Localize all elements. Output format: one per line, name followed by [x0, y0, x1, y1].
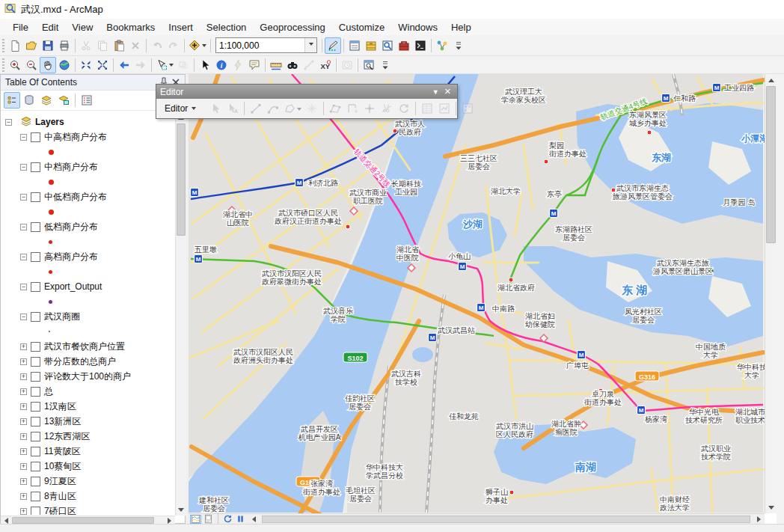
map-scale-input[interactable] [216, 39, 304, 52]
layer-symbol-row[interactable] [1, 234, 175, 249]
layer-item[interactable]: +8青山区 [1, 489, 175, 504]
layer-symbol-row[interactable] [1, 174, 175, 189]
layer-checkbox[interactable] [31, 162, 40, 172]
open-folder-button[interactable] [23, 37, 40, 54]
delete-button[interactable] [127, 37, 144, 54]
expander-icon[interactable]: − [20, 134, 27, 141]
menu-item-insert[interactable]: Insert [162, 20, 200, 34]
layer-item[interactable]: −低档商户分布 [1, 219, 175, 234]
expander-icon[interactable]: − [20, 164, 27, 171]
toolbar-grip[interactable] [2, 39, 4, 52]
layer-symbol-row[interactable] [1, 264, 175, 279]
layer-checkbox[interactable] [31, 417, 40, 426]
expander-icon[interactable]: + [20, 373, 27, 380]
layer-checkbox[interactable] [31, 192, 40, 202]
select-elements-button[interactable] [197, 57, 213, 73]
expander-icon[interactable]: − [20, 284, 27, 290]
expander-icon[interactable]: − [20, 314, 27, 320]
list-selection-button[interactable] [55, 92, 72, 108]
map-scale-combo[interactable] [215, 37, 317, 53]
list-visibility-button[interactable] [38, 92, 55, 108]
layer-checkbox[interactable] [31, 372, 40, 382]
editor-titlebar[interactable]: Editor ▼ ✕ [156, 85, 457, 99]
overflow-button[interactable] [377, 57, 393, 73]
rotate-button[interactable] [396, 100, 412, 117]
expander-icon[interactable]: + [20, 358, 27, 365]
go-to-xy-button[interactable]: XY [317, 57, 334, 73]
save-button[interactable] [40, 37, 56, 54]
layer-checkbox[interactable] [31, 447, 40, 456]
overflow-button[interactable] [450, 37, 467, 54]
expander-icon[interactable]: + [20, 463, 27, 470]
editor-toolbar-button[interactable] [325, 37, 341, 54]
pan-button[interactable] [40, 57, 56, 73]
menu-item-edit[interactable]: Edit [35, 20, 65, 34]
menu-item-selection[interactable]: Selection [200, 20, 253, 34]
viewer-window-button[interactable] [361, 57, 377, 73]
layer-item[interactable]: −中高档商户分布 [1, 129, 175, 144]
zoom-out-button[interactable] [23, 57, 40, 73]
layer-item[interactable]: +武汉市餐饮商户位置 [1, 339, 175, 354]
redo-button[interactable] [165, 37, 182, 54]
expander-icon[interactable]: + [20, 403, 27, 410]
layer-item[interactable]: +9江夏区 [1, 474, 175, 489]
expander-icon[interactable]: + [20, 388, 27, 395]
edit-annotation-button[interactable]: A [224, 100, 241, 117]
map-scroll-thumb[interactable] [766, 86, 776, 243]
expander-icon[interactable]: + [20, 478, 27, 485]
layer-item[interactable]: +12东西湖区 [1, 429, 175, 444]
layer-item[interactable]: −Export_Output [1, 279, 175, 294]
layer-checkbox[interactable] [31, 312, 40, 322]
toolbar-grip[interactable] [2, 58, 4, 72]
split-button[interactable] [344, 100, 361, 117]
layer-symbol-row[interactable] [1, 294, 175, 309]
cut-button[interactable] [78, 37, 94, 54]
measure-button[interactable] [268, 57, 284, 73]
full-extent-button[interactable] [56, 57, 73, 73]
hyperlink-button[interactable] [230, 57, 246, 73]
expander-icon[interactable]: − [20, 194, 27, 201]
expander-icon[interactable]: − [20, 254, 27, 260]
layer-item[interactable]: −高档商户分布 [1, 249, 175, 264]
expander-icon[interactable]: + [20, 433, 27, 440]
map-vertical-scrollbar[interactable] [765, 74, 777, 513]
python-window-button[interactable] [412, 37, 429, 54]
back-button[interactable] [116, 57, 132, 73]
menu-item-file[interactable]: File [6, 20, 35, 34]
expander-icon[interactable]: + [20, 493, 27, 500]
find-route-button[interactable] [301, 57, 317, 73]
fixed-zoom-out-button[interactable] [94, 57, 111, 73]
layer-checkbox[interactable] [31, 492, 40, 501]
undo-button[interactable] [149, 37, 165, 54]
editor-dropdown-icon[interactable]: ▼ [432, 88, 439, 96]
expander-icon[interactable]: + [20, 343, 27, 350]
data-view-button[interactable] [190, 515, 201, 524]
layer-item[interactable]: +评论数大于100的商户 [1, 369, 175, 384]
layer-checkbox[interactable] [31, 252, 40, 262]
layer-checkbox[interactable] [31, 507, 40, 516]
layer-item[interactable]: +11黄陂区 [1, 444, 175, 459]
expander-icon[interactable]: + [20, 418, 27, 425]
toc-scroll-thumb[interactable] [177, 123, 186, 236]
layer-checkbox[interactable] [31, 402, 40, 412]
trace-button[interactable] [282, 100, 303, 117]
clear-selection-button[interactable] [175, 57, 192, 73]
find-button[interactable] [284, 57, 301, 73]
sketch-properties-button[interactable] [436, 100, 453, 117]
select-features-button[interactable] [154, 57, 175, 73]
layer-item[interactable]: +总 [1, 384, 175, 399]
layer-item[interactable]: +7硚口区 [1, 504, 175, 515]
layer-item[interactable]: −中低档商户分布 [1, 189, 175, 204]
layer-item[interactable]: +10蔡甸区 [1, 459, 175, 474]
forward-button[interactable] [132, 57, 149, 73]
editor-close-icon[interactable]: ✕ [442, 87, 453, 97]
layout-view-button[interactable] [203, 515, 214, 524]
menu-item-view[interactable]: View [65, 20, 99, 34]
time-slider-button[interactable] [339, 57, 355, 73]
toc-window-button[interactable] [346, 37, 363, 54]
layer-checkbox[interactable] [31, 222, 40, 232]
fixed-zoom-in-button[interactable] [78, 57, 94, 73]
layer-checkbox[interactable] [31, 357, 40, 367]
expander-icon[interactable]: + [20, 508, 27, 515]
list-drawing-order-button[interactable] [4, 92, 20, 108]
